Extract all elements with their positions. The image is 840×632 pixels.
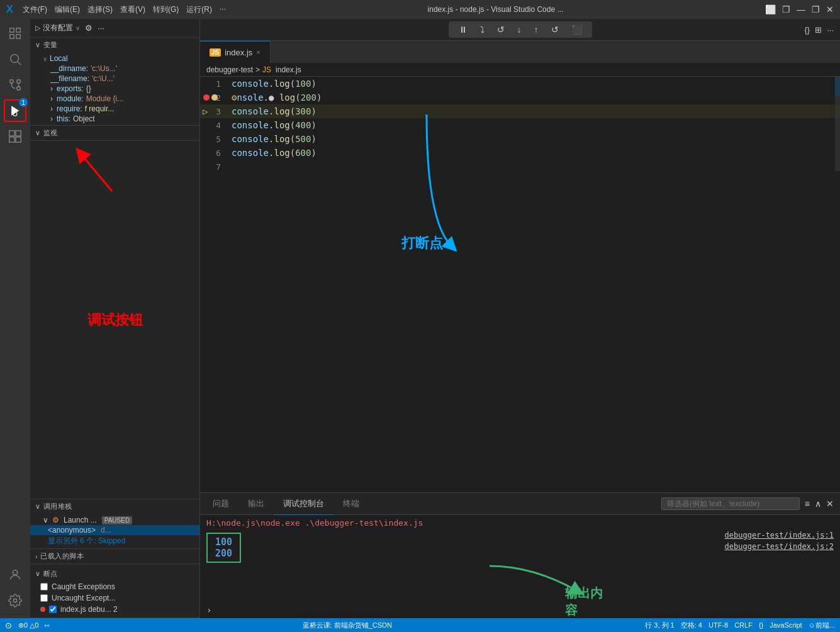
menu-goto[interactable]: 转到(G) (153, 4, 179, 15)
indentation[interactable]: 空格: 4 (681, 621, 702, 630)
loaded-scripts-header[interactable]: › 已载入的脚本 (30, 549, 199, 563)
restart-button[interactable]: ↑ (532, 23, 541, 36)
caught-exceptions-item[interactable]: Caught Exceptions (30, 581, 199, 592)
var-require[interactable]: › require: f requir... (30, 104, 199, 114)
undo-button[interactable]: ↺ (549, 23, 561, 36)
var-filename-label: __filename: (50, 74, 89, 83)
stop-button[interactable]: ⬛ (569, 23, 585, 36)
var-dirname[interactable]: __dirname: 'c:\Us...' (30, 64, 199, 74)
var-filename[interactable]: __filename: 'c:\U...' (30, 74, 199, 84)
breakpoints-header[interactable]: ∨ 断点 (30, 567, 199, 581)
code-line-7[interactable]: 7 (200, 160, 840, 174)
step-over-button[interactable]: ⤵ (478, 23, 487, 36)
var-exports[interactable]: › exports: {} (30, 84, 199, 94)
file-link-2[interactable]: debugger-test/index.js:2 (725, 542, 834, 551)
chevron-right-icon: › (50, 104, 53, 113)
more-actions-icon[interactable]: ··· (827, 25, 834, 35)
tab-debug-console[interactable]: 调试控制台 (274, 493, 333, 515)
uncaught-exceptions-checkbox[interactable] (40, 594, 48, 602)
indexjs-breakpoint-checkbox[interactable] (49, 606, 57, 613)
more-icon[interactable]: ··· (98, 23, 104, 33)
step-out-button[interactable]: ↓ (515, 23, 524, 36)
code-line-4[interactable]: 4 console.log(400) (200, 118, 840, 132)
debug-config-label[interactable]: 没有配置 (43, 23, 73, 33)
settings-activity-icon[interactable] (4, 589, 26, 612)
menu-file[interactable]: 文件(F) (23, 4, 47, 15)
step-into-button[interactable]: ↺ (495, 23, 507, 36)
language-mode[interactable]: JavaScript (770, 621, 802, 629)
code-line-1[interactable]: 1 console.log(100) (200, 77, 840, 91)
local-group[interactable]: ∨ Local (30, 53, 199, 64)
panel-close-icon[interactable]: ✕ (826, 499, 834, 509)
callstack-frame[interactable]: <anonymous> d... (30, 525, 199, 535)
indexjs-tab[interactable]: JS index.js × (200, 41, 271, 63)
breadcrumb-file[interactable]: index.js (276, 65, 301, 74)
tab-output[interactable]: 输出 (238, 493, 274, 515)
source-control-activity-icon[interactable] (4, 74, 26, 96)
caught-exceptions-checkbox[interactable] (40, 583, 48, 590)
uncaught-exceptions-item[interactable]: Uncaught Except... (30, 592, 199, 604)
show-more-label: 显示另外 6 个: Skipped (48, 536, 125, 546)
file-link-1[interactable]: debugger-test/index.js:1 (725, 531, 834, 540)
menu-view[interactable]: 查看(V) (120, 4, 145, 15)
close-icon[interactable]: ✕ (826, 4, 834, 14)
layout2-icon[interactable]: ❐ (782, 4, 790, 14)
split-editor-icon[interactable]: ⊞ (815, 25, 822, 35)
watch-section: ∨ 监视 (30, 126, 199, 141)
menu-select[interactable]: 选择(S) (87, 4, 113, 15)
notification-icon[interactable]: ☺前端... (809, 621, 835, 630)
code-line-5[interactable]: 5 console.log(500) (200, 132, 840, 146)
layout-icon[interactable]: ⬜ (765, 4, 776, 14)
indexjs-breakpoint-item[interactable]: index.js debu... 2 (30, 604, 199, 615)
filter-menu-icon[interactable]: ≡ (805, 499, 810, 509)
braces-icon[interactable]: {} (804, 25, 810, 35)
callstack-header[interactable]: ∨ 调用堆栈 (30, 499, 199, 514)
encoding[interactable]: UTF-8 (708, 621, 728, 629)
variables-content: ∨ Local __dirname: 'c:\Us...' __filename… (30, 52, 199, 125)
source-control-status[interactable]: ⑅ (45, 621, 49, 629)
code-line-2[interactable]: 2 ⚙nsole.● log(200) (200, 91, 840, 104)
chevron-right-icon: › (35, 553, 38, 560)
code-editor[interactable]: 1 console.log(100) 2 ⚙nsole.● log(200) (200, 77, 840, 492)
minimize-icon[interactable]: — (797, 4, 805, 14)
chevron-down-icon[interactable]: ∨ (76, 25, 80, 31)
errors-warnings[interactable]: ⊗0 △0 (18, 621, 38, 629)
menu-bar[interactable]: 文件(F) 编辑(E) 选择(S) 查看(V) 转到(G) 运行(R) ··· (23, 4, 226, 15)
show-more-link[interactable]: 显示另外 6 个: Skipped (30, 535, 199, 547)
line-endings[interactable]: CRLF (734, 621, 753, 629)
code-line-3[interactable]: ▷ 3 console.log(300) (200, 104, 840, 118)
maximize-icon[interactable]: ❐ (812, 4, 820, 14)
language-mode-braces[interactable]: {} (759, 621, 763, 629)
gear-icon[interactable]: ⚙ (85, 23, 92, 33)
callstack-launch[interactable]: ∨ ⚙ Launch ... PAUSED (30, 515, 199, 525)
filter-input[interactable] (661, 497, 800, 510)
expand-terminal-btn[interactable]: › (206, 605, 211, 615)
panel-collapse-icon[interactable]: ∧ (815, 499, 821, 509)
remote-icon[interactable]: ⊙ (5, 621, 12, 630)
watch-header[interactable]: ∨ 监视 (30, 126, 199, 140)
window-controls[interactable]: ⬜ ❐ — ❐ ✕ (765, 4, 834, 14)
tab-close-button[interactable]: × (256, 48, 260, 56)
pause-continue-button[interactable]: ⏸ (456, 23, 470, 36)
uncaught-exceptions-label: Uncaught Except... (52, 594, 115, 602)
breadcrumb-folder[interactable]: debugger-test (206, 65, 253, 74)
var-this[interactable]: › this: Object (30, 114, 199, 124)
account-activity-icon[interactable] (4, 563, 26, 586)
extensions-activity-icon[interactable] (4, 125, 26, 148)
debug-activity-icon[interactable]: 1 (4, 99, 26, 122)
variables-header[interactable]: ∨ 变量 (30, 38, 199, 52)
menu-edit[interactable]: 编辑(E) (55, 4, 80, 15)
tab-problems[interactable]: 问题 (203, 493, 238, 515)
var-module-value: Module {i... (86, 94, 123, 103)
search-activity-icon[interactable] (4, 48, 26, 70)
code-line-6[interactable]: 6 console.log(600) (200, 146, 840, 160)
play-icon[interactable]: ▷ (35, 24, 40, 32)
explorer-activity-icon[interactable] (4, 22, 26, 45)
chevron-down-icon: ∨ (35, 502, 41, 511)
status-right: 行 3, 列 1 空格: 4 UTF-8 CRLF {} JavaScript … (645, 621, 835, 630)
cursor-position[interactable]: 行 3, 列 1 (645, 621, 674, 630)
menu-run[interactable]: 运行(R) (186, 4, 212, 15)
var-module[interactable]: › module: Module {i... (30, 94, 199, 104)
tab-terminal[interactable]: 终端 (333, 493, 369, 515)
menu-more[interactable]: ··· (220, 4, 226, 15)
